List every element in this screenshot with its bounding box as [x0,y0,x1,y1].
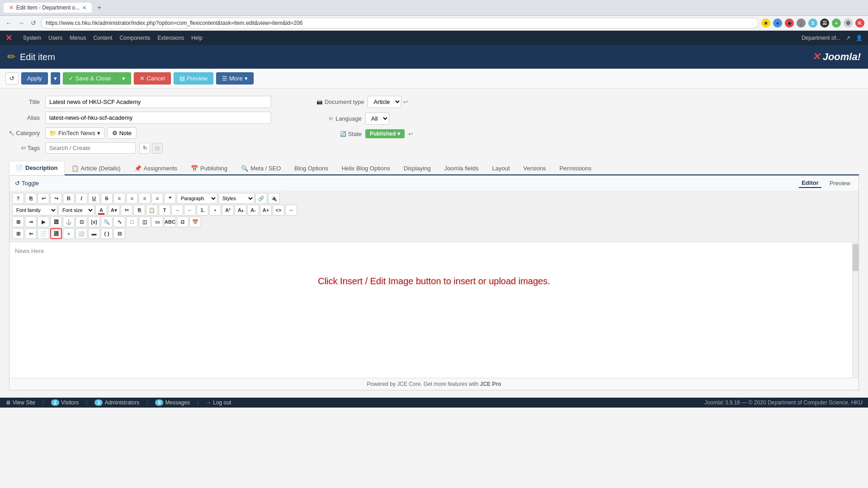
tb-link[interactable]: 🔗 [255,193,267,204]
alias-input[interactable] [45,112,271,124]
tb-anchor[interactable]: ⚓ [63,216,75,227]
menu-extensions[interactable]: Extensions [157,35,184,41]
messages-item[interactable]: 0 Messages [155,399,190,406]
preview-tab-button[interactable]: Preview [827,178,853,188]
doc-type-help-icon[interactable]: ↩ [403,99,408,105]
tb-ordered-list[interactable]: 1. [197,205,208,216]
tb-align-center[interactable]: ≡ [126,193,138,204]
tb-divider-btn[interactable]: ▬ [88,228,100,239]
tb-search[interactable]: 🔍 [101,216,113,227]
tab-description[interactable]: 📄 Description [9,161,65,175]
tb-copy[interactable]: ⎘ [25,193,37,204]
tb-blockquote[interactable]: ❝ [164,193,176,204]
address-input[interactable] [41,18,759,28]
tb-image[interactable]: 🖼 [50,216,62,227]
tb-paragraph-select[interactable]: Paragraph [177,193,217,204]
tab-close[interactable]: ✕ [82,5,86,11]
browser-icon-ext6[interactable]: + [832,19,841,28]
save-close-button[interactable]: ✓ Save & Close [63,72,117,84]
editor-content[interactable]: News Here Click Insert / Edit Image butt… [9,242,859,378]
tb-unlink[interactable]: 🔌 [268,193,280,204]
menu-system[interactable]: System [23,35,41,41]
department-link[interactable]: Department of... [802,35,840,41]
tab-layout[interactable]: Layout [486,161,517,175]
tb-content[interactable]: 📄 [38,228,49,239]
browser-tab[interactable]: ✕ Edit item - Department o... ✕ [4,3,92,13]
tb-spell[interactable]: ABC [164,216,176,227]
nav-back[interactable]: ← [4,19,14,28]
browser-icon-ext3[interactable]: ↓ [797,19,806,28]
tb-styles-select[interactable]: Styles [218,193,255,204]
tb-font-color[interactable]: A [95,205,107,216]
tb-ltr[interactable]: ⇒ [25,216,37,227]
tb-code[interactable]: { } [101,228,113,239]
visitors-item[interactable]: 2 Visitors [51,399,79,406]
tb-border[interactable]: □ [126,216,138,227]
note-button[interactable]: ⚙ Note [107,127,137,139]
tb-textbox[interactable]: ▭ [151,216,163,227]
tb-font-size-select[interactable]: Font size [58,205,94,216]
apply-button[interactable]: Apply [21,72,48,84]
tb-indent[interactable]: → [171,205,183,216]
editor-tab-button[interactable]: Editor [799,178,821,188]
tb-frame[interactable]: ⬜ [75,228,87,239]
preview-button[interactable]: ▤ Preview [174,72,213,84]
refresh-button[interactable]: ↺ [5,72,19,84]
editor-scrollbar-thumb[interactable] [853,244,859,271]
tb-unordered-list[interactable]: • [209,205,221,216]
new-tab-button[interactable]: + [95,4,103,12]
tb-copy2[interactable]: ⎘ [133,205,145,216]
tags-refresh-icon[interactable]: ↻ [139,143,150,154]
tb-underline[interactable]: U [88,193,100,204]
tab-publishing[interactable]: 📅 Publishing [184,161,234,175]
tb-grid[interactable]: ⊟ [113,228,125,239]
tab-versions[interactable]: Versions [517,161,553,175]
tb-enlarge[interactable]: A+ [260,205,272,216]
state-badge[interactable]: Published ▾ [365,129,405,138]
tb-outdent[interactable]: ← [184,205,196,216]
tb-media[interactable]: ▶ [38,216,49,227]
nav-refresh[interactable]: ↺ [29,19,38,28]
tb-reduce[interactable]: A- [247,205,259,216]
tb-tbl-insert[interactable]: ⊞ [12,228,24,239]
tb-sup[interactable]: A² [222,205,234,216]
save-close-dropdown[interactable]: ▾ [116,72,131,84]
menu-content[interactable]: Content [93,35,112,41]
browser-icon-ext1[interactable]: ● [773,19,782,28]
tb-italic[interactable]: I [75,193,87,204]
tb-font-family-select[interactable]: Font family [12,205,57,216]
browser-icon-star[interactable]: ★ [761,19,770,28]
browser-icon-ext5[interactable]: ☰ [820,19,829,28]
view-site-item[interactable]: 🖥 View Site [5,399,35,406]
tab-joomla-fields[interactable]: Joomla fields [438,161,486,175]
menu-users[interactable]: Users [48,35,62,41]
tb-layer[interactable]: ◫ [139,216,151,227]
admins-item[interactable]: 3 Administrators [94,399,139,406]
tb-table[interactable]: ⊞ [12,216,24,227]
browser-icon-ext4[interactable]: S [808,19,817,28]
category-select[interactable]: 📁 FinTech News ▾ [45,127,104,139]
tab-assignments[interactable]: 📌 Assignments [127,161,184,175]
tb-date[interactable]: 📅 [189,216,201,227]
tb-align-left[interactable]: ≡ [113,193,125,204]
tb-img-insert[interactable]: 🖼 [50,228,62,239]
tb-placeholder[interactable]: [x] [88,216,100,227]
tb-strikethrough[interactable]: S [101,193,113,204]
tab-article-details[interactable]: 📋 Article (Details) [65,161,127,175]
state-help-icon[interactable]: ↩ [408,131,413,137]
tb-source[interactable]: <> [273,205,284,216]
tb-rtl[interactable]: ⇐ [25,228,37,239]
tb-layout[interactable]: ⊡ [75,216,87,227]
tags-input[interactable] [45,142,136,154]
tb-cut[interactable]: ✂ [121,205,132,216]
cancel-button[interactable]: ✕ Cancel [134,72,170,84]
jce-pro-link[interactable]: JCE Pro [480,381,501,387]
tb-align-right[interactable]: ≡ [139,193,151,204]
tab-meta-seo[interactable]: 🔍 Meta / SEO [234,161,288,175]
title-input[interactable] [45,96,271,108]
menu-menus[interactable]: Menus [70,35,86,41]
nav-forward[interactable]: → [16,19,26,28]
user-icon[interactable]: 👤 [856,35,863,41]
language-select[interactable]: All [365,113,389,125]
more-button[interactable]: ☰ More ▾ [216,72,254,84]
